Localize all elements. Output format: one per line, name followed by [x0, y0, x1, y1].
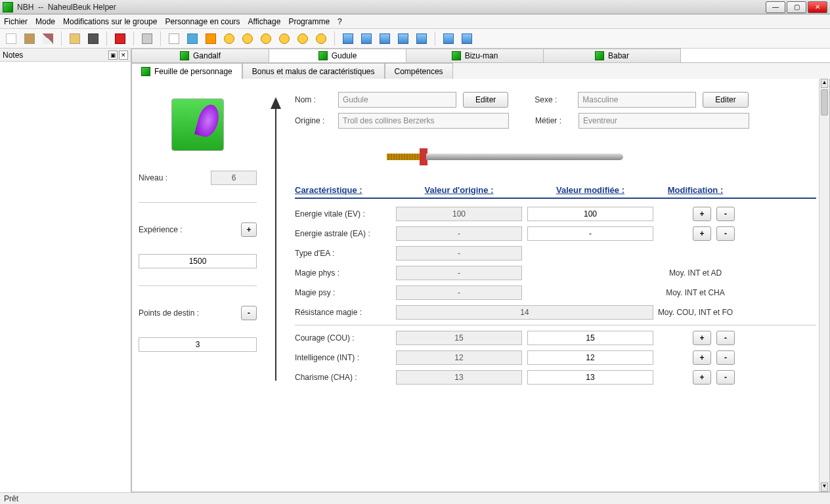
toolbar-open-icon[interactable]: [22, 32, 37, 46]
menu-help[interactable]: ?: [338, 17, 342, 26]
stat-origin-value: 15: [396, 331, 522, 345]
menu-personnage[interactable]: Personnage en cours: [165, 17, 240, 26]
toolbar-coin5-icon[interactable]: [295, 32, 310, 46]
stat-plus-button[interactable]: +: [693, 226, 711, 241]
toolbar-stat-ad-icon[interactable]: [414, 32, 429, 46]
experience-value[interactable]: 1500: [139, 254, 257, 268]
stat-plus-button[interactable]: +: [693, 350, 711, 365]
menu-programme[interactable]: Programme: [288, 17, 330, 26]
stat-modified-value[interactable]: 15: [527, 331, 653, 345]
toolbar-coin2-icon[interactable]: [240, 32, 255, 46]
minimize-button[interactable]: —: [766, 1, 785, 13]
menu-modifications-groupe[interactable]: Modifications sur le groupe: [63, 17, 157, 26]
stat-plus-button[interactable]: +: [693, 370, 711, 385]
toolbar-stat-cou-icon[interactable]: [341, 32, 355, 46]
nom-edit-button[interactable]: Editer: [463, 92, 508, 108]
stat-row: Magie psy :-Moy. INT et CHA: [295, 283, 816, 303]
toolbar-stat-ev-icon[interactable]: [441, 32, 456, 46]
scroll-down-icon[interactable]: ▼: [821, 482, 828, 492]
stat-modified-value[interactable]: 13: [527, 370, 653, 385]
titlebar: NBH -- NaheulBeuk Helper — ▢ ✕: [0, 0, 830, 14]
tab-gandalf[interactable]: Gandalf: [131, 49, 269, 62]
stat-row: Type d'EA :-: [295, 243, 816, 263]
stat-plus-button[interactable]: +: [693, 331, 711, 345]
toolbar-stat-cha-icon[interactable]: [378, 32, 392, 46]
stat-modified-value[interactable]: -: [527, 226, 653, 241]
notes-undock-icon[interactable]: ▣: [108, 51, 118, 60]
toolbar-edit-icon[interactable]: [41, 32, 55, 46]
toolbar-stat-int-icon[interactable]: [359, 32, 374, 46]
menu-affichage[interactable]: Affichage: [248, 17, 281, 26]
subtab-feuille[interactable]: Feuille de personnage: [131, 63, 242, 79]
scrollbar[interactable]: ▲ ▼: [819, 79, 829, 492]
toolbar-new-icon[interactable]: [4, 32, 18, 46]
toolbar-delete-icon[interactable]: [167, 32, 181, 46]
stat-origin-value: -: [396, 226, 522, 241]
subtab-competences[interactable]: Compétences: [385, 63, 453, 79]
toolbar-save-icon[interactable]: [86, 32, 100, 46]
stat-minus-button[interactable]: -: [716, 226, 735, 241]
stat-label: Résistance magie :: [295, 308, 393, 317]
stat-origin-value: 12: [396, 350, 522, 365]
tab-gudule[interactable]: Gudule: [269, 49, 406, 62]
stat-row: Charisme (CHA) :1313+-: [295, 368, 816, 387]
toolbar-stat-fo-icon[interactable]: [396, 32, 410, 46]
maximize-button[interactable]: ▢: [787, 1, 806, 13]
toolbar-exit-icon[interactable]: [140, 32, 154, 46]
toolbar-coin3-icon[interactable]: [259, 32, 273, 46]
notes-body[interactable]: [0, 62, 131, 492]
sexe-field: Masculine: [578, 92, 696, 108]
experience-plus-button[interactable]: +: [241, 222, 257, 237]
close-button[interactable]: ✕: [808, 1, 827, 13]
stat-origin-value: -: [396, 285, 522, 300]
stat-row: Energie astrale (EA) :--+-: [295, 224, 816, 243]
char-icon: [452, 51, 461, 60]
toolbar-mail-icon[interactable]: [113, 32, 127, 46]
stat-minus-button[interactable]: -: [716, 370, 735, 385]
stat-plus-button[interactable]: +: [693, 207, 711, 221]
scroll-up-icon[interactable]: ▲: [821, 79, 828, 88]
stat-row: Résistance magie :14Moy. COU, INT et FO: [295, 303, 816, 322]
toolbar-coin6-icon[interactable]: [314, 32, 328, 46]
stat-origin-value: 13: [396, 370, 522, 385]
hdr-modification: Modification :: [656, 185, 735, 195]
destin-minus-button[interactable]: -: [241, 306, 257, 320]
notes-close-icon[interactable]: ✕: [119, 51, 128, 60]
destin-value[interactable]: 3: [139, 337, 257, 352]
nom-label: Nom :: [295, 95, 332, 104]
toolbar-add-icon[interactable]: [204, 32, 218, 46]
scroll-thumb[interactable]: [821, 89, 828, 116]
sheet-subtabs: Feuille de personnage Bonus et malus de …: [131, 63, 830, 79]
menu-mode[interactable]: Mode: [35, 17, 55, 26]
stat-minus-button[interactable]: -: [716, 350, 735, 365]
menu-fichier[interactable]: Fichier: [4, 17, 28, 26]
metier-label: Métier :: [535, 116, 572, 125]
stat-modified-value[interactable]: 100: [527, 207, 653, 221]
toolbar-stat-ea-icon[interactable]: [460, 32, 474, 46]
stat-modified-value[interactable]: 12: [527, 350, 653, 365]
stat-label: Type d'EA :: [295, 249, 393, 258]
stat-label: Magie psy :: [295, 288, 393, 297]
avatar: [171, 98, 224, 151]
toolbar-comment-icon[interactable]: [185, 32, 200, 46]
toolbar-coin4-icon[interactable]: [277, 32, 292, 46]
stat-origin-value: -: [396, 246, 522, 261]
stat-minus-button[interactable]: -: [716, 331, 735, 345]
stat-label: Energie astrale (EA) :: [295, 229, 393, 238]
tab-bizuman[interactable]: Bizu-man: [406, 49, 544, 62]
stat-minus-button[interactable]: -: [716, 207, 735, 221]
toolbar-coin1-icon[interactable]: [222, 32, 236, 46]
toolbar-folder-icon[interactable]: [68, 32, 82, 46]
stat-note: Moy. INT et AD: [656, 268, 735, 278]
char-icon: [595, 51, 604, 60]
subtab-bonus[interactable]: Bonus et malus de caractéristiques: [242, 63, 385, 79]
character-tabs: Gandalf Gudule Bizu-man Babar: [131, 49, 830, 63]
nom-field: Gudule: [338, 92, 456, 108]
stat-row: Energie vitale (EV) :100100+-: [295, 204, 816, 224]
niveau-value: 6: [211, 171, 257, 185]
sexe-edit-button[interactable]: Editer: [703, 92, 748, 108]
destin-label: Points de destin :: [139, 308, 237, 318]
tab-babar[interactable]: Babar: [543, 49, 681, 62]
app-icon: [3, 2, 13, 12]
status-bar: Prêt: [0, 492, 830, 504]
